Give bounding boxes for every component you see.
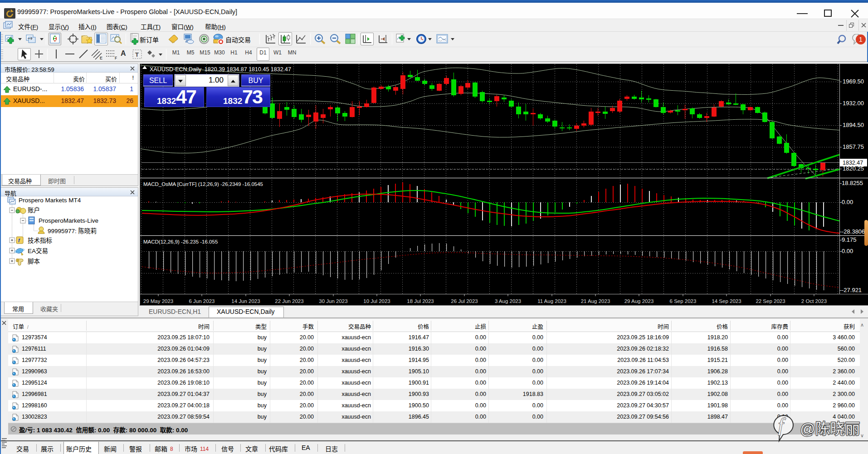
svg-text:22 Sep 2023: 22 Sep 2023 — [756, 298, 785, 304]
svg-text:2 Oct 2023: 2 Oct 2023 — [801, 298, 827, 304]
svg-text:3 Aug 2023: 3 Aug 2023 — [495, 298, 521, 304]
svg-text:@陈晓丽: @陈晓丽 — [800, 420, 860, 437]
svg-text:26 Jul 2023: 26 Jul 2023 — [451, 298, 478, 304]
svg-text:99995977: 陈晓莉: 99995977: 陈晓莉 — [48, 227, 97, 234]
svg-text:MACD_OsMA [CurrTF] (12,26,9) -: MACD_OsMA [CurrTF] (12,26,9) -26.2349 -1… — [143, 181, 263, 187]
svg-text:30 Jun 2023: 30 Jun 2023 — [319, 298, 347, 304]
svg-text:1932.00: 1932.00 — [843, 100, 864, 107]
svg-text:技术指标: 技术指标 — [28, 237, 52, 244]
svg-text:21 Aug 2023: 21 Aug 2023 — [581, 298, 610, 304]
svg-text:1832.47: 1832.47 — [843, 160, 863, 166]
svg-text:MACD(12,26,9) -26.235 -16.055: MACD(12,26,9) -26.235 -16.055 — [143, 239, 218, 244]
svg-text:29 Aug 2023: 29 Aug 2023 — [624, 298, 654, 304]
svg-text:-28.3806: -28.3806 — [842, 228, 865, 235]
svg-text:0.00: 0.00 — [842, 248, 853, 254]
svg-text:XAUUSD-ECN,Daily 1820.39 1834: XAUUSD-ECN,Daily 1820.39 1834.87 1810.45… — [150, 66, 291, 73]
svg-text:14 Sep 2023: 14 Sep 2023 — [712, 298, 741, 304]
svg-text:6 Sep 2023: 6 Sep 2023 — [670, 298, 697, 304]
svg-text:29 May 2023: 29 May 2023 — [143, 298, 174, 304]
svg-text:6 Jun 2023: 6 Jun 2023 — [189, 298, 215, 304]
svg-text:1894.50: 1894.50 — [843, 122, 864, 128]
svg-text:脚本: 脚本 — [28, 258, 40, 265]
svg-text:10 Jul 2023: 10 Jul 2023 — [363, 298, 390, 304]
svg-text:账户: 账户 — [28, 206, 40, 214]
svg-text:22 Jun 2023: 22 Jun 2023 — [275, 298, 303, 304]
svg-text:EA交易: EA交易 — [28, 247, 48, 254]
svg-text:18 Jul 2023: 18 Jul 2023 — [407, 298, 434, 304]
svg-text:1969.50: 1969.50 — [843, 78, 864, 85]
svg-text:-27.921: -27.921 — [842, 287, 862, 293]
svg-text:ProsperoMarkets-Live: ProsperoMarkets-Live — [39, 217, 98, 224]
svg-text:9.175: 9.175 — [842, 236, 857, 243]
svg-text:1857.75: 1857.75 — [843, 143, 864, 150]
svg-text:14 Jun 2023: 14 Jun 2023 — [231, 298, 260, 304]
svg-text:0.00: 0.00 — [842, 199, 853, 205]
svg-text:11 Aug 2023: 11 Aug 2023 — [537, 298, 566, 304]
svg-text:Prospero Markets MT4: Prospero Markets MT4 — [19, 197, 81, 204]
svg-text:18.8255: 18.8255 — [842, 180, 863, 186]
